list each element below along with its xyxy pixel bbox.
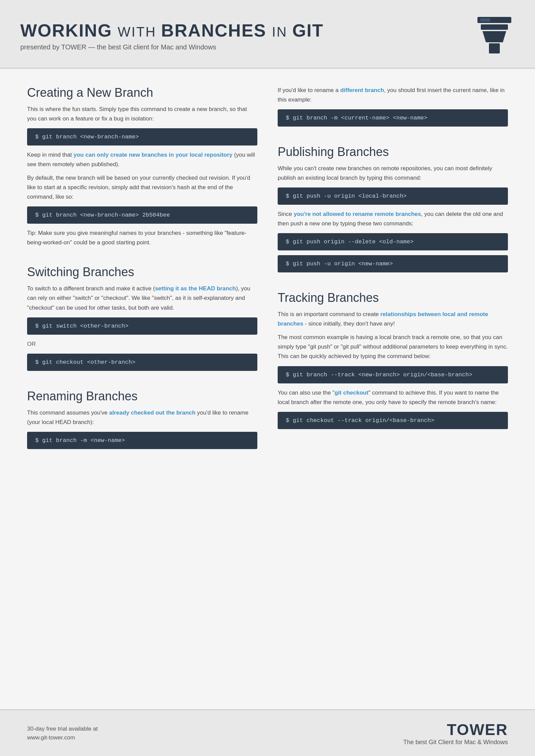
tracking-p2: The most common example is having a loca… (278, 333, 508, 361)
title-working: WORKING (20, 21, 112, 40)
footer-tower-name: TOWER (447, 720, 508, 739)
main-content: Creating a New Branch This is where the … (0, 69, 535, 709)
header-subtitle: presented by TOWER — the best Git client… (20, 43, 324, 51)
renaming-p1-pre: This command assumes you've (27, 409, 109, 416)
footer-line1: 30-day free trial available at (27, 725, 98, 733)
section-publishing: Publishing Branches While you can't crea… (278, 145, 508, 277)
tracking-p1-post: - since initially, they don't have any! (303, 320, 395, 327)
section-publishing-title: Publishing Branches (278, 145, 508, 159)
tracking-p1: This is an important command to create r… (278, 310, 508, 329)
section-switching-title: Switching Branches (27, 265, 257, 279)
section-creating-title: Creating a New Branch (27, 86, 257, 100)
header-left: WORKING WITH BRANCHES IN GIT presented b… (20, 20, 324, 51)
tracking-code1: $ git branch --track <new-branch> origin… (278, 366, 508, 383)
main-title: WORKING WITH BRANCHES IN GIT (20, 20, 324, 41)
footer-line2: www.git-tower.com (27, 733, 98, 742)
creating-highlight: you can only create new branches in your… (73, 152, 233, 158)
creating-code2: $ git branch <new-branch-name> 2b504bee (27, 206, 257, 224)
tracking-p3: You can also use the "git checkout" comm… (278, 388, 508, 407)
title-git: GIT (292, 21, 324, 40)
rename-cont-pre: If you'd like to rename a (278, 87, 340, 93)
header: WORKING WITH BRANCHES IN GIT presented b… (0, 0, 535, 69)
tracking-p3-pre: You can also use the " (278, 390, 335, 396)
creating-p1: This is where the fun starts. Simply typ… (27, 105, 257, 124)
section-renaming-cont: If you'd like to rename a different bran… (278, 86, 508, 131)
creating-p2: Keep in mind that you can only create ne… (27, 150, 257, 169)
switching-p1: To switch to a different branch and make… (27, 284, 257, 312)
svg-marker-2 (483, 31, 506, 42)
section-tracking: Tracking Branches This is an important c… (278, 291, 508, 433)
left-column: Creating a New Branch This is where the … (27, 86, 257, 696)
footer-left: 30-day free trial available at www.git-t… (27, 725, 98, 742)
creating-p4: Tip: Make sure you give meaningful names… (27, 228, 257, 247)
switching-or: OR (27, 339, 257, 349)
publishing-code1: $ git push -u origin <local-branch> (278, 187, 508, 205)
section-creating: Creating a New Branch This is where the … (27, 86, 257, 251)
section-renaming-title: Renaming Branches (27, 389, 257, 403)
publishing-p2-pre: Since (278, 211, 294, 217)
publishing-p2: Since you're not allowed to rename remot… (278, 209, 508, 228)
switching-code2: $ git checkout <other-branch> (27, 354, 257, 371)
title-in: IN (272, 24, 292, 39)
rename-cont-code1: $ git branch -m <current-name> <new-name… (278, 109, 508, 127)
tracking-p3-highlight: git checkout (335, 390, 368, 396)
publishing-p1: While you can't create new branches on r… (278, 164, 508, 183)
svg-rect-4 (480, 18, 490, 22)
creating-p2-pre: Keep in mind that (27, 152, 73, 158)
switching-code1: $ git switch <other-branch> (27, 317, 257, 335)
footer: 30-day free trial available at www.git-t… (0, 709, 535, 756)
footer-tower-sub: The best Git Client for Mac & Windows (403, 739, 508, 746)
rename-cont-highlight: different branch (340, 87, 384, 93)
title-with: WITH (118, 24, 161, 39)
publishing-highlight: you're not allowed to rename remote bran… (294, 211, 421, 217)
header-tagline: TOWER — the best Git client for Mac and … (61, 43, 216, 51)
title-branches: BRANCHES (161, 21, 266, 40)
creating-code1: $ git branch <new-branch-name> (27, 128, 257, 146)
renaming-p1: This command assumes you've already chec… (27, 408, 257, 427)
svg-rect-3 (489, 43, 500, 53)
rename-cont-p1: If you'd like to rename a different bran… (278, 86, 508, 105)
page: WORKING WITH BRANCHES IN GIT presented b… (0, 0, 535, 756)
renaming-code1: $ git branch -m <new-name> (27, 432, 257, 449)
section-renaming: Renaming Branches This command assumes y… (27, 389, 257, 454)
right-column: If you'd like to rename a different bran… (278, 86, 508, 696)
switching-p1-pre: To switch to a different branch and make… (27, 285, 155, 292)
footer-right: TOWER The best Git Client for Mac & Wind… (403, 720, 508, 746)
presented-by-label: presented by (20, 43, 60, 51)
tower-logo (474, 14, 515, 58)
renaming-highlight: already checked out the branch (109, 409, 195, 416)
switching-highlight: setting it as the HEAD branch (155, 285, 236, 292)
section-switching: Switching Branches To switch to a differ… (27, 265, 257, 375)
svg-rect-1 (481, 24, 508, 30)
creating-p3: By default, the new branch will be based… (27, 173, 257, 202)
tracking-p1-pre: This is an important command to create (278, 311, 380, 317)
section-tracking-title: Tracking Branches (278, 291, 508, 305)
publishing-code3: $ git push -u origin <new-name> (278, 255, 508, 272)
tracking-code2: $ git checkout --track origin/<base-bran… (278, 412, 508, 429)
publishing-code2: $ git push origin --delete <old-name> (278, 233, 508, 250)
